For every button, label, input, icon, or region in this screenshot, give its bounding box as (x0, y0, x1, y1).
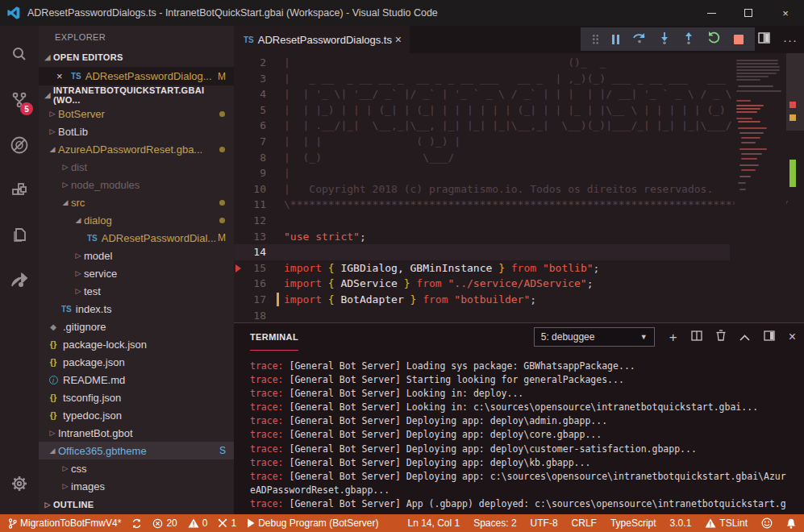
open-editors-header[interactable]: ◢ OPEN EDITORS (39, 48, 234, 67)
code-line-12[interactable]: 12 (234, 213, 730, 229)
tree-item-test[interactable]: ▷test (39, 282, 234, 300)
extensions-icon[interactable] (0, 168, 39, 213)
status-item-utf-8[interactable]: UTF-8 (531, 517, 558, 529)
open-editor-item[interactable]: × TS ADResetPasswordDialog... M (39, 67, 234, 85)
step-over-icon[interactable] (632, 31, 647, 48)
share-icon[interactable] (0, 258, 39, 303)
code-line-8[interactable]: 8| (_) \___/ (234, 150, 730, 166)
code-line-16[interactable]: 16import { ADService } from "../service/… (234, 276, 730, 292)
minimap[interactable] (735, 53, 786, 322)
maximize-panel-icon[interactable] (739, 330, 750, 344)
status-item-crlf[interactable]: CRLF (572, 517, 597, 529)
code-line-9[interactable]: 9| (234, 165, 730, 181)
close-panel-icon[interactable]: × (789, 330, 796, 344)
tree-item-tsconfig-json[interactable]: {}tsconfig.json (39, 389, 234, 406)
terminal-tab[interactable]: TERMINAL (250, 323, 298, 351)
editor-group: TS ADResetPasswordDialogs.ts × ··· (234, 26, 804, 514)
step-into-icon[interactable] (659, 31, 670, 48)
tree-item-images[interactable]: ▷images (39, 477, 234, 495)
code-line-7[interactable]: 7| | | ( )_) | (234, 134, 730, 150)
outline-section-header[interactable]: ▷ OUTLINE (39, 495, 234, 514)
close-tab-icon[interactable]: × (395, 33, 402, 46)
tree-item--gitignore[interactable]: ◆.gitignore (39, 318, 234, 335)
status-item-debug-program-botserver-[interactable]: Debug Program (BotServer) (247, 517, 378, 529)
tree-item-azureadpasswordreset-gba-[interactable]: ◢AzureADPasswordReset.gba... (39, 140, 234, 158)
tree-item-readme-md[interactable]: iREADME.md (39, 371, 234, 389)
stop-icon[interactable] (734, 35, 744, 44)
status-item-0[interactable]: 0 (188, 517, 208, 529)
modified-dot (219, 200, 225, 206)
terminal-dropdown[interactable]: 5: debuggee ▼ (534, 327, 655, 347)
code-line-13[interactable]: 13"use strict"; (234, 229, 730, 245)
tree-item-typedoc-json[interactable]: {}typedoc.json (39, 406, 234, 424)
window-title: ADResetPasswordDialogs.ts - IntranetBotQ… (27, 7, 438, 19)
editor-tab-active[interactable]: TS ADResetPasswordDialogs.ts × (234, 26, 410, 53)
status-item-1[interactable]: 1 (218, 517, 236, 529)
status-item-smiley[interactable] (761, 517, 773, 529)
tree-item-dist[interactable]: ▷dist (39, 158, 234, 176)
tree-item-src[interactable]: ◢src (39, 193, 234, 211)
kill-terminal-icon[interactable] (716, 330, 726, 344)
toggle-panel-icon[interactable] (764, 330, 775, 344)
chevron-collapsed-icon: ▷ (60, 181, 71, 189)
code-line-14[interactable]: 14 (234, 244, 730, 260)
split-editor-icon[interactable] (758, 32, 770, 47)
chevron-expanded-icon: ◢ (42, 53, 53, 61)
tree-item-service[interactable]: ▷service (39, 264, 234, 282)
tree-item-dialog[interactable]: ◢dialog (39, 211, 234, 229)
more-actions-icon[interactable]: ··· (783, 33, 798, 47)
drag-grip-icon[interactable] (592, 34, 599, 44)
code-editor[interactable]: 2| ()_ _3| _ __ _ __ __ _ __ _ _ __ ___ … (234, 53, 804, 322)
debug-icon[interactable] (0, 123, 39, 168)
tree-item-index-ts[interactable]: TSindex.ts (39, 300, 234, 318)
restart-icon[interactable] (707, 31, 721, 48)
workspace-section-header[interactable]: ◢ INTRANETBOTQUICKSTART.GBAI (WO... (39, 85, 234, 105)
code-line-18[interactable]: 18 (234, 308, 730, 323)
tree-item-botserver[interactable]: ▷BotServer (39, 105, 234, 123)
pages-icon[interactable] (0, 213, 39, 258)
settings-gear-icon[interactable] (0, 461, 39, 506)
maximize-button[interactable] (730, 0, 767, 26)
code-line-10[interactable]: 10| Copyright 2018 (c) pragmatismo.io. T… (234, 181, 730, 197)
status-item-migrationtobotfmwv4-[interactable]: MigrationToBotFmwV4* (8, 517, 121, 529)
code-line-17[interactable]: 17import { BotAdapter } from "botbuilder… (234, 292, 730, 308)
status-item-spaces-2[interactable]: Spaces: 2 (473, 517, 516, 529)
new-terminal-icon[interactable]: + (669, 330, 677, 344)
tree-item-botlib[interactable]: ▷BotLib (39, 123, 234, 140)
search-icon[interactable] (0, 32, 39, 77)
tree-item-model[interactable]: ▷model (39, 247, 234, 264)
code-line-2[interactable]: 2| ()_ _ (234, 55, 730, 71)
code-line-11[interactable]: 11\*************************************… (234, 197, 730, 213)
pause-icon[interactable] (612, 35, 619, 44)
close-window-button[interactable]: × (767, 0, 804, 26)
status-item-ln-14-col-1[interactable]: Ln 14, Col 1 (407, 517, 460, 529)
close-editor-icon[interactable]: × (56, 70, 69, 82)
tree-item-package-json[interactable]: {}package.json (39, 353, 234, 371)
source-control-icon[interactable]: 5 (0, 77, 39, 123)
tree-item-package-lock-json[interactable]: {}package-lock.json (39, 335, 234, 353)
minimize-button[interactable] (693, 0, 730, 26)
code-line-5[interactable]: 5| | |_) | | | (_| | (_| | | | | | | (_|… (234, 102, 730, 118)
tree-item-node-modules[interactable]: ▷node_modules (39, 176, 234, 193)
overview-ruler[interactable] (786, 53, 804, 322)
step-out-icon[interactable] (683, 31, 694, 48)
terminal-output[interactable]: trace: [General Bot Server] Loading sys … (234, 351, 804, 511)
tree-item-adresetpassworddial-[interactable]: TSADResetPasswordDial...M (39, 229, 234, 247)
code-line-6[interactable]: 6| | .__/|_| \__,_|\__, |_| |_| |_|\__,_… (234, 118, 730, 134)
git-modified-bar (277, 293, 279, 306)
status-item-tslint[interactable]: TSLint (705, 517, 748, 529)
code-line-3[interactable]: 3| _ __ _ __ __ _ __ _ _ __ ___ __ _ | ,… (234, 71, 730, 87)
status-item-3-0-1[interactable]: 3.0.1 (670, 517, 692, 529)
terminal-panel: TERMINAL 5: debuggee ▼ + × trace: [Gene (234, 322, 804, 514)
code-line-15[interactable]: 15import { IGBDialog, GBMinInstance } fr… (234, 260, 730, 276)
tree-item-css[interactable]: ▷css (39, 459, 234, 477)
status-item-typescript[interactable]: TypeScript (610, 517, 656, 529)
split-terminal-icon[interactable] (691, 330, 702, 344)
open-editor-label: ADResetPasswordDialog... (85, 70, 212, 82)
tree-item-office365-gbtheme[interactable]: ◢Office365.gbthemeS (39, 442, 234, 459)
code-line-4[interactable]: 4| | '_ \| '__/ _` |/ _` | '_ ` _ \ / _`… (234, 86, 730, 102)
status-item-20[interactable]: 20 (152, 517, 177, 529)
tree-item-intranetbot-gbot[interactable]: ▷IntranetBot.gbot (39, 424, 234, 442)
status-item-bell[interactable] (786, 518, 796, 529)
status-item-sync[interactable] (131, 518, 142, 529)
